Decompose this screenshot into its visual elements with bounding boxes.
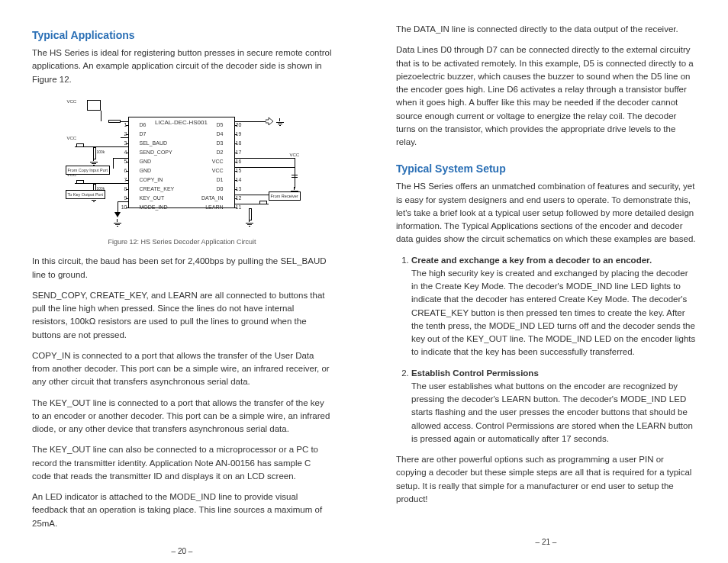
figure-12: LICAL-DEC-HS001 1D6D5202D7D4193SEL_BAUDD… <box>32 98 332 236</box>
page-number: – 20 – <box>32 538 332 557</box>
pin-name: VCC <box>212 167 224 175</box>
led-symbol <box>114 212 121 217</box>
pin-name: VCC <box>212 158 224 166</box>
paragraph: The DATA_IN line is connected directly t… <box>396 23 696 36</box>
pin-number: 14 <box>236 176 243 185</box>
page-number: – 21 – <box>396 529 696 548</box>
schematic-diagram: LICAL-DEC-HS001 1D6D5202D7D4193SEL_BAUDD… <box>37 98 328 236</box>
resistor-value: 100k <box>97 150 105 156</box>
pin-name: LEARN <box>205 204 223 212</box>
pin-number: 11 <box>236 204 243 212</box>
pin-number: 13 <box>236 185 243 194</box>
paragraph: The KEY_OUT line can also be connected t… <box>32 443 332 483</box>
pin-name: COPY_IN <box>140 176 163 185</box>
pin-name: GND <box>140 167 152 175</box>
list-item-body: The high security key is created and exc… <box>411 269 695 357</box>
pin-name: KEY_OUT <box>140 195 165 203</box>
pin-row: 5GNDVCC16 <box>129 157 234 166</box>
paragraph: Data Lines D0 through D7 can be connecte… <box>396 43 696 149</box>
pin-name: D6 <box>140 121 147 130</box>
piezo-symbol <box>266 116 275 127</box>
list-item-title: Create and exchange a key from a decoder… <box>411 256 652 265</box>
pin-number: 19 <box>236 130 243 139</box>
receiver-port-label: From Receiver <box>269 191 301 201</box>
pin-name: D7 <box>140 130 147 139</box>
pin-name: GND <box>140 158 152 166</box>
ic-chip: LICAL-DEC-HS001 1D6D5202D7D4193SEL_BAUDD… <box>128 117 235 208</box>
pin-number: 16 <box>236 158 243 166</box>
pin-name: D5 <box>217 121 224 130</box>
pin-row: 3SEL_BAUDD318 <box>129 139 234 148</box>
pin-name: SEL_BAUD <box>140 140 168 148</box>
paragraph: An LED indicator is attached to the MODE… <box>32 491 332 530</box>
list-item: Create and exchange a key from a decoder… <box>411 254 696 359</box>
outro-paragraph: There are other powerful options such as… <box>396 453 696 506</box>
pin-name: D3 <box>217 140 224 148</box>
pin-row: 10MODE_INDLEARN11 <box>129 203 234 212</box>
pin-row: 1D6D520 <box>129 121 234 130</box>
key-port-label: To Key Output Port <box>66 190 105 199</box>
left-page: Typical Applications The HS Series is id… <box>0 23 364 548</box>
pin-row: 2D7D419 <box>129 130 234 139</box>
relay-symbol <box>87 100 101 111</box>
paragraph: SEND_COPY, CREATE_KEY, and LEARN are all… <box>32 289 332 342</box>
pin-name: D4 <box>217 130 224 139</box>
pin-number: 12 <box>236 195 243 203</box>
pin-number: 18 <box>236 140 243 148</box>
figure-caption: Figure 12: HS Series Decoder Application… <box>32 237 332 248</box>
pin-row: 4SEND_COPYD217 <box>129 148 234 157</box>
button-symbol <box>258 198 269 204</box>
pin-row: 6GNDVCC15 <box>129 166 234 175</box>
pin-number: 20 <box>236 121 243 130</box>
heading-typical-applications: Typical Applications <box>32 27 332 43</box>
pin-number: 17 <box>236 149 243 157</box>
list-item-title: Establish Control Permissions <box>411 368 539 378</box>
paragraph: In this circuit, the baud has been set f… <box>32 255 332 282</box>
pin-name: DATA_IN <box>201 195 224 203</box>
pin-name: CREATE_KEY <box>140 185 175 194</box>
pin-number: 15 <box>236 167 243 175</box>
setup-steps-list: Create and exchange a key from a decoder… <box>396 254 696 454</box>
vcc-label: VCC <box>67 98 77 105</box>
button-symbol <box>75 141 85 147</box>
ground-symbol <box>114 222 121 228</box>
list-item-body: The user establishes what buttons on the… <box>411 381 693 443</box>
pin-row: 8CREATE_KEYD013 <box>129 185 234 194</box>
pin-row: 9KEY_OUTDATA_IN12 <box>129 194 234 203</box>
intro-paragraph: The HS Series offers an unmatched combin… <box>396 180 696 246</box>
button-symbol <box>75 178 85 184</box>
pin-name: D1 <box>217 176 224 185</box>
pin-name: MODE_IND <box>140 204 168 212</box>
paragraph: COPY_IN is connected to a port that allo… <box>32 349 332 389</box>
heading-system-setup: Typical System Setup <box>396 161 696 177</box>
pin-name: SEND_COPY <box>140 149 172 157</box>
ground-symbol <box>276 121 284 127</box>
ground-symbol <box>246 222 253 228</box>
copy-port-label: From Copy Input Port <box>66 166 111 175</box>
pin-name: D2 <box>217 149 224 157</box>
paragraph: The KEY_OUT line is connected to a port … <box>32 397 332 436</box>
pin-name: D0 <box>217 185 224 194</box>
intro-paragraph: The HS Series is ideal for registering b… <box>32 47 332 86</box>
pin-row: 7COPY_IND114 <box>129 175 234 185</box>
resistor-symbol <box>108 120 121 123</box>
list-item: Establish Control Permissions The user e… <box>411 367 696 446</box>
right-page: The DATA_IN line is connected directly t… <box>364 23 728 548</box>
